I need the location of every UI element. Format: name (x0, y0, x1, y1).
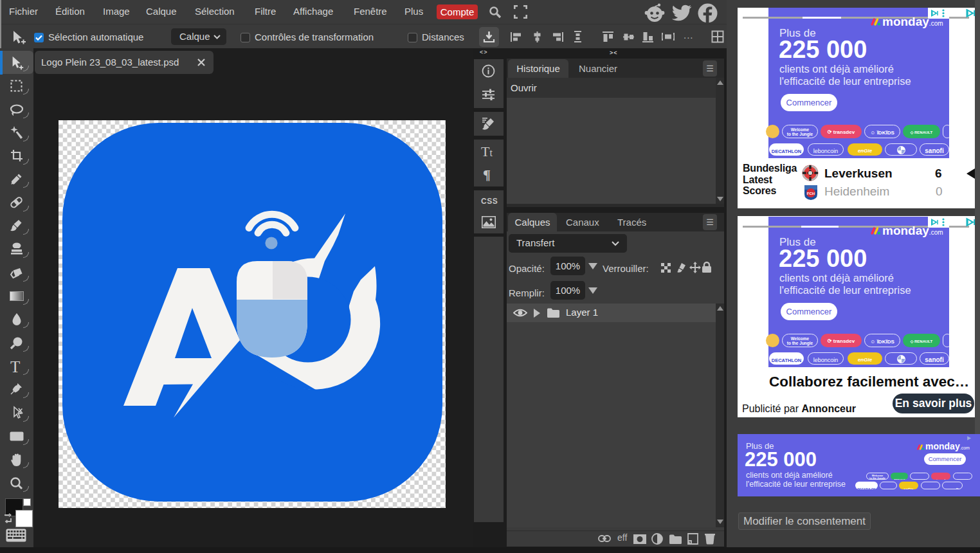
svg-text:FCH: FCH (807, 192, 815, 195)
